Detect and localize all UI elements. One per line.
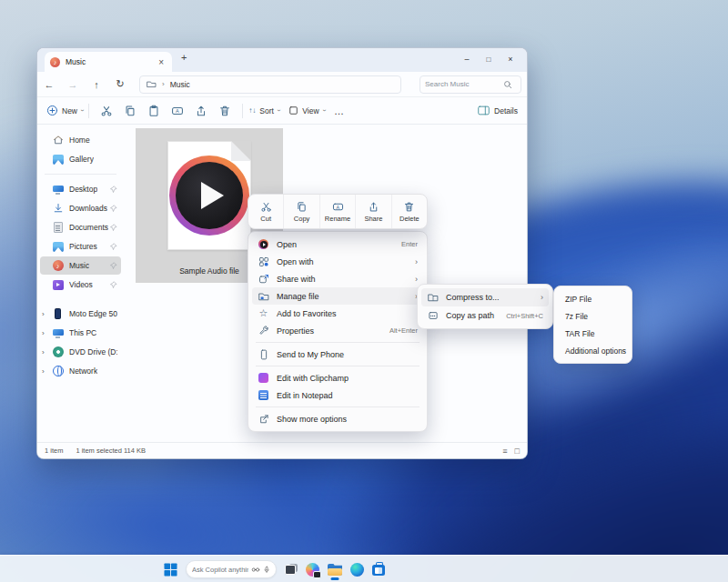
chevron-right-icon[interactable]: ›	[42, 310, 52, 318]
tab-music[interactable]: ♪ Music ×	[45, 52, 172, 72]
task-view-button[interactable]	[285, 564, 298, 575]
thumbnail-view-toggle[interactable]: □	[515, 447, 520, 456]
menu-item-label: Share with	[277, 275, 415, 284]
sidebar-item-label: This PC	[69, 328, 96, 337]
sidebar-item-music[interactable]: ♪ Music	[40, 256, 121, 275]
paste-button[interactable]	[142, 105, 166, 117]
delete-quick-button[interactable]: Delete	[391, 195, 427, 228]
search-box[interactable]	[420, 75, 521, 94]
menu-item-open[interactable]: Open Enter	[252, 236, 423, 253]
sidebar-item-phone-device[interactable]: › Moto Edge 50 Neo	[40, 305, 121, 323]
copy-as-path-icon	[427, 310, 439, 321]
share-quick-button[interactable]: Share	[355, 195, 390, 228]
sidebar-item-videos[interactable]: Videos	[40, 276, 121, 294]
sidebar-item-this-pc[interactable]: › This PC	[40, 324, 121, 342]
copilot-icon	[306, 563, 319, 577]
share-button[interactable]	[189, 105, 213, 117]
menu-item-label: Properties	[277, 326, 389, 336]
active-app-indicator	[331, 577, 339, 580]
microphone-icon[interactable]	[263, 565, 270, 575]
chevron-right-icon: ›	[162, 80, 165, 88]
view-icon	[288, 105, 298, 115]
sort-button[interactable]: ↑↓ Sort ›	[248, 106, 279, 115]
menu-item-add-to-favorites[interactable]: ☆ Add to Favorites	[252, 305, 423, 322]
refresh-button[interactable]: ↻	[108, 78, 132, 90]
music-folder-icon: ♪	[50, 57, 60, 67]
submenu-item-compress-to[interactable]: Compress to... ›	[421, 288, 549, 306]
more-options-button[interactable]: …	[334, 105, 344, 116]
details-toggle[interactable]: Details	[478, 105, 518, 115]
sidebar-item-label: Pictures	[69, 242, 97, 251]
menu-item-edit-in-notepad[interactable]: Edit in Notepad	[252, 386, 423, 404]
submenu-item-additional-options[interactable]: Additional options	[558, 342, 628, 359]
context-quick-actions: Cut Copy A Rename Share Delete	[248, 194, 428, 229]
list-view-toggle[interactable]: ≡	[502, 447, 507, 456]
submenu-item-copy-as-path[interactable]: Copy as path Ctrl+Shift+C	[421, 306, 549, 325]
close-button[interactable]: ×	[500, 55, 521, 64]
menu-item-open-with[interactable]: Open with ›	[252, 253, 423, 270]
submenu-item-7z-file[interactable]: 7z File	[558, 307, 628, 325]
details-pane-icon	[478, 105, 490, 115]
sidebar-item-documents[interactable]: Documents	[40, 218, 121, 236]
pin-icon	[110, 243, 117, 250]
breadcrumb-location[interactable]: Music	[170, 80, 190, 89]
minimize-button[interactable]: –	[456, 55, 478, 64]
sidebar-item-downloads[interactable]: Downloads	[40, 199, 121, 217]
sidebar-item-home[interactable]: Home	[40, 131, 121, 149]
menu-item-edit-with-clipchamp[interactable]: Edit with Clipchamp	[252, 369, 423, 386]
delete-button[interactable]	[213, 105, 237, 117]
breadcrumb[interactable]: › Music	[139, 75, 401, 94]
menu-item-show-more-options[interactable]: Show more options	[252, 410, 423, 427]
chevron-right-icon[interactable]: ›	[42, 329, 52, 337]
file-explorer-button[interactable]	[328, 564, 342, 576]
copilot-app-button[interactable]	[306, 563, 319, 577]
menu-item-manage-file[interactable]: Manage file ›	[252, 287, 423, 305]
divider	[88, 104, 89, 118]
sidebar-item-label: Downloads	[69, 204, 107, 213]
trash-icon	[403, 201, 415, 213]
compress-icon	[427, 292, 439, 303]
copy-quick-button[interactable]: Copy	[283, 195, 318, 228]
edge-button[interactable]	[350, 563, 364, 577]
share-with-icon	[258, 274, 269, 285]
plus-circle-icon	[46, 105, 58, 116]
rename-button[interactable]: A	[166, 105, 189, 117]
copilot-search-input[interactable]	[192, 566, 248, 574]
submenu-item-tar-file[interactable]: TAR File	[558, 325, 628, 342]
new-tab-button[interactable]: +	[181, 52, 187, 63]
sidebar-item-pictures[interactable]: Pictures	[40, 237, 121, 256]
pin-icon	[110, 186, 117, 193]
sidebar-item-desktop[interactable]: Desktop	[40, 180, 121, 198]
taskbar-search[interactable]	[186, 560, 277, 578]
up-button[interactable]: ↑	[85, 79, 108, 90]
tab-close-icon[interactable]: ×	[156, 57, 167, 67]
sidebar-item-label: Home	[69, 135, 90, 145]
maximize-button[interactable]: □	[478, 55, 500, 64]
back-button[interactable]: ←	[37, 79, 61, 90]
menu-item-share-with[interactable]: Share with ›	[252, 270, 423, 287]
sidebar-item-gallery[interactable]: Gallery	[40, 150, 121, 168]
status-bar: 1 item 1 item selected 114 KB ≡ □	[37, 442, 527, 458]
submenu-item-zip-file[interactable]: ZIP File	[558, 290, 628, 307]
rename-quick-button[interactable]: A Rename	[319, 195, 355, 228]
sidebar-item-dvd-drive[interactable]: › DVD Drive (D:) CCC	[40, 343, 121, 361]
copy-button[interactable]	[118, 105, 142, 117]
start-button[interactable]	[164, 563, 177, 577]
desktop-icon	[52, 184, 64, 196]
chevron-right-icon[interactable]: ›	[42, 367, 52, 376]
chevron-right-icon[interactable]: ›	[42, 348, 52, 356]
forward-button[interactable]: →	[61, 79, 85, 90]
search-input[interactable]	[425, 80, 503, 88]
manage-file-icon	[258, 291, 269, 302]
menu-item-properties[interactable]: Properties Alt+Enter	[252, 322, 423, 339]
menu-item-send-to-my-phone[interactable]: Send to My Phone	[252, 346, 423, 363]
view-button[interactable]: View ›	[288, 105, 325, 115]
cut-button[interactable]	[95, 105, 118, 117]
microsoft-store-button[interactable]	[372, 563, 385, 576]
new-button[interactable]: New ›	[46, 105, 83, 116]
manage-file-submenu: Compress to... › Copy as path Ctrl+Shift…	[417, 284, 553, 329]
sidebar-item-network[interactable]: › Network	[40, 362, 121, 380]
quick-action-label: Copy	[294, 215, 310, 223]
selection-summary: 1 item selected 114 KB	[76, 447, 146, 455]
cut-quick-button[interactable]: Cut	[248, 195, 283, 228]
